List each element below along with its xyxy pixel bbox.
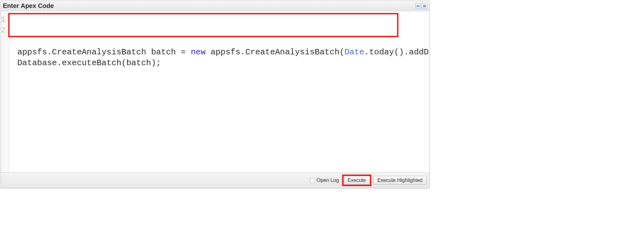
panel-header: Enter Apex Code (1, 1, 429, 11)
code-editor[interactable]: 12 appsfs.CreateAnalysisBatch batch = ne… (1, 11, 429, 173)
open-log-checkbox-wrap[interactable]: Open Log (310, 177, 339, 183)
execute-highlighted-button[interactable]: Execute Highlighted (373, 176, 427, 185)
line-number: 1 (1, 14, 5, 25)
code-text-area[interactable]: appsfs.CreateAnalysisBatch batch = new a… (10, 11, 429, 172)
panel-footer: Open Log Execute Execute Highlighted (1, 173, 429, 188)
collapse-up-icon[interactable] (415, 3, 421, 9)
execute-button[interactable]: Execute (343, 176, 370, 185)
code-highlight-outline (8, 13, 398, 37)
code-line[interactable]: appsfs.CreateAnalysisBatch batch = new a… (17, 47, 429, 58)
open-log-label: Open Log (317, 177, 339, 183)
execute-button-highlight: Execute (342, 175, 371, 186)
line-number-gutter: 12 (1, 11, 10, 172)
panel-tools (415, 3, 427, 9)
open-log-checkbox[interactable] (310, 178, 315, 183)
panel-title: Enter Apex Code (3, 2, 54, 10)
code-line[interactable]: Database.executeBatch(batch); (17, 58, 429, 68)
line-number: 2 (1, 25, 5, 36)
close-icon[interactable] (422, 3, 427, 9)
apex-code-panel: Enter Apex Code 12 appsfs.CreateAnalysis… (1, 1, 430, 188)
